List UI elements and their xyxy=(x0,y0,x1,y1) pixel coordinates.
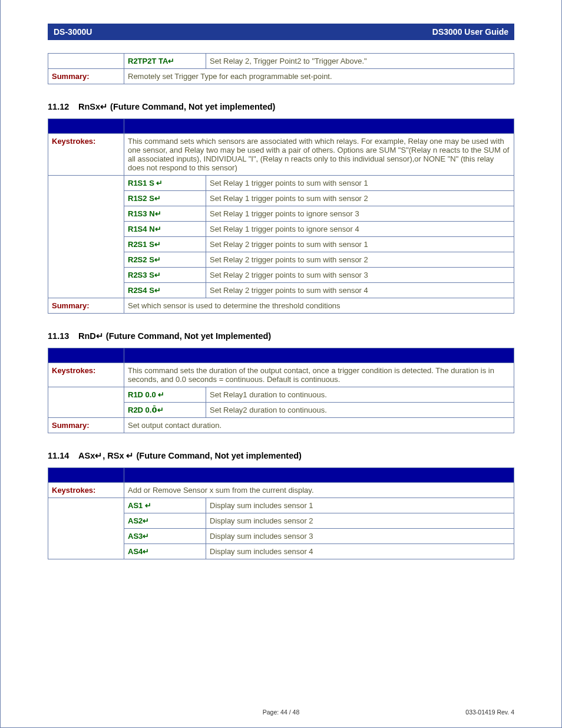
section-heading: 11.12RnSx↵ (Future Command, Not yet impl… xyxy=(48,102,514,111)
section-title: ASx↵, RSx ↵ (Future Command, Not yet imp… xyxy=(78,451,302,460)
section-heading: 11.14ASx↵, RSx ↵ (Future Command, Not ye… xyxy=(48,451,514,460)
header-left: DS-3000U xyxy=(54,27,92,37)
keystrokes-label: Keystrokes: xyxy=(48,483,124,498)
command-table: Keystrokes:This command sets which senso… xyxy=(48,118,514,314)
keystrokes-label: Keystrokes: xyxy=(48,363,124,387)
command-desc: Display sum includes sensor 4 xyxy=(206,544,514,559)
keystrokes-intro: Add or Remove Sensor x sum from the curr… xyxy=(124,483,514,498)
command-code: AS3↵ xyxy=(124,529,206,544)
top-code: R2TP2T TA↵ xyxy=(124,54,206,69)
section-number: 11.14 xyxy=(48,451,78,460)
command-desc: Set Relay1 duration to continuous. xyxy=(206,387,514,403)
section-heading: 11.13RnD↵ (Future Command, Not yet Imple… xyxy=(48,331,514,341)
header-right: DS3000 User Guide xyxy=(432,27,508,37)
keystrokes-intro: This command sets which sensors are asso… xyxy=(124,134,514,176)
command-code: AS4↵ xyxy=(124,544,206,559)
command-desc: Display sum includes sensor 1 xyxy=(206,498,514,513)
page-footer: Page: 44 / 48 033-01419 Rev. 4 xyxy=(48,709,514,716)
command-code: R2S3 S↵ xyxy=(124,268,206,283)
keystrokes-label: Keystrokes: xyxy=(48,134,124,176)
command-desc: Display sum includes sensor 2 xyxy=(206,513,514,529)
summary-label: Summary: xyxy=(48,298,124,314)
summary-text: Remotely set Trigger Type for each progr… xyxy=(124,69,514,84)
command-code: AS2↵ xyxy=(124,513,206,529)
command-desc: Set Relay 2 trigger points to sum with s… xyxy=(206,283,514,298)
section-title: RnSx↵ (Future Command, Not yet implement… xyxy=(78,102,275,111)
keystrokes-intro: This command sets the duration of the ou… xyxy=(124,363,514,387)
command-desc: Set Relay 1 trigger points to sum with s… xyxy=(206,191,514,206)
command-code: AS1 ↵ xyxy=(124,498,206,513)
rows-spacer xyxy=(48,498,124,559)
section-number: 11.12 xyxy=(48,102,78,111)
summary-label: Summary: xyxy=(48,69,124,84)
command-code: R1S4 N↵ xyxy=(124,222,206,237)
top-desc: Set Relay 2, Trigger Point2 to "Trigger … xyxy=(206,54,514,69)
command-desc: Set Relay2 duration to continuous. xyxy=(206,403,514,418)
summary-label: Summary: xyxy=(48,418,124,433)
command-desc: Set Relay 2 trigger points to sum with s… xyxy=(206,237,514,252)
command-code: R2S1 S↵ xyxy=(124,237,206,252)
command-code: R1S1 S ↵ xyxy=(124,176,206,191)
section-number: 11.13 xyxy=(48,331,78,341)
command-code: R1S2 S↵ xyxy=(124,191,206,206)
command-table: Keystrokes:Add or Remove Sensor x sum fr… xyxy=(48,467,514,559)
footer-page: Page: 44 / 48 xyxy=(48,709,514,716)
command-code: R2D 0.0̄↵ xyxy=(124,403,206,418)
sections-container: 11.12RnSx↵ (Future Command, Not yet impl… xyxy=(48,102,514,559)
section-title: RnD↵ (Future Command, Not yet Implemente… xyxy=(78,331,271,341)
top-table: R2TP2T TA↵ Set Relay 2, Trigger Point2 t… xyxy=(48,53,514,84)
rows-spacer xyxy=(48,176,124,298)
command-code: R1S3 N↵ xyxy=(124,206,206,222)
command-desc: Set Relay 1 trigger points to ignore sen… xyxy=(206,222,514,237)
command-desc: Set Relay 2 trigger points to sum with s… xyxy=(206,268,514,283)
summary-text: Set output contact duration. xyxy=(124,418,514,433)
command-desc: Set Relay 1 trigger points to ignore sen… xyxy=(206,206,514,222)
command-code: R2S4 S↵ xyxy=(124,283,206,298)
top-empty-label xyxy=(48,54,124,69)
command-code: R1D 0.0 ↵ xyxy=(124,387,206,403)
page: DS-3000U DS3000 User Guide R2TP2T TA↵ Se… xyxy=(0,0,562,728)
document-header: DS-3000U DS3000 User Guide xyxy=(48,24,514,40)
command-desc: Set Relay 1 trigger points to sum with s… xyxy=(206,176,514,191)
command-desc: Set Relay 2 trigger points to sum with s… xyxy=(206,252,514,268)
command-table: Keystrokes:This command sets the duratio… xyxy=(48,348,514,433)
command-code: R2S2 S↵ xyxy=(124,252,206,268)
command-desc: Display sum includes sensor 3 xyxy=(206,529,514,544)
rows-spacer xyxy=(48,387,124,418)
summary-text: Set which sensor is used to determine th… xyxy=(124,298,514,314)
